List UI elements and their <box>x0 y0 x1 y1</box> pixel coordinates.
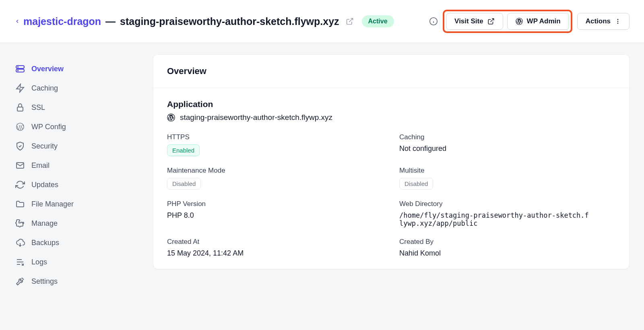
sidebar-item-manage[interactable]: Manage <box>10 214 143 233</box>
site-domain: staging-praiseworthy-author-sketch.flywp… <box>120 16 339 27</box>
field-label: Maintenance Mode <box>167 167 383 175</box>
wordpress-icon <box>15 122 25 132</box>
field-value: 15 May 2024, 11:42 AM <box>167 249 383 258</box>
sidebar-item-file-manager[interactable]: File Manager <box>10 194 143 214</box>
main-content: Overview Application staging-praiseworth… <box>153 43 644 330</box>
maintenance-field: Maintenance Mode Disabled <box>167 167 383 190</box>
sidebar-item-overview[interactable]: Overview <box>10 59 143 78</box>
actions-button[interactable]: Actions <box>577 13 630 30</box>
sidebar-item-settings[interactable]: Settings <box>10 272 143 291</box>
wp-admin-label: WP Admin <box>527 17 561 25</box>
created-by-field: Created By Nahid Komol <box>399 238 615 258</box>
sidebar-item-ssl[interactable]: SSL <box>10 98 143 117</box>
card-header: Overview <box>153 55 629 88</box>
overview-card: Overview Application staging-praiseworth… <box>153 54 630 269</box>
back-chevron-icon[interactable] <box>14 17 20 26</box>
sidebar-item-label: Security <box>31 142 58 151</box>
sidebar-item-label: Updates <box>31 181 58 189</box>
sidebar-item-label: Overview <box>31 65 64 73</box>
svg-marker-13 <box>17 84 24 92</box>
svg-point-12 <box>18 70 19 71</box>
sidebar-item-label: WP Config <box>31 123 66 131</box>
sidebar-item-security[interactable]: Security <box>10 136 143 156</box>
svg-rect-14 <box>17 107 23 111</box>
refresh-icon <box>15 180 25 190</box>
page-header: majestic-dragon — staging-praiseworthy-a… <box>0 0 644 43</box>
external-link-icon[interactable] <box>346 17 354 25</box>
field-label: Created By <box>399 238 615 246</box>
sidebar-item-label: Caching <box>31 84 58 93</box>
svg-line-0 <box>349 19 353 22</box>
application-domain-row: staging-praiseworthy-author-sketch.flywp… <box>167 113 615 122</box>
sidebar-item-label: Email <box>31 161 50 170</box>
sidebar-item-label: Settings <box>31 277 58 286</box>
external-link-icon <box>487 18 495 25</box>
puzzle-icon <box>15 219 25 228</box>
sidebar: Overview Caching SSL WP Config Security … <box>0 43 153 330</box>
field-label: Web Directory <box>399 200 615 208</box>
more-vertical-icon <box>615 18 621 25</box>
svg-point-7 <box>617 21 619 22</box>
svg-line-4 <box>490 19 493 22</box>
server-icon <box>15 64 25 74</box>
sidebar-item-wp-config[interactable]: WP Config <box>10 117 143 136</box>
sidebar-item-label: File Manager <box>31 200 74 208</box>
cloud-download-icon <box>15 238 25 248</box>
wordpress-icon <box>167 113 175 122</box>
visit-site-label: Visit Site <box>454 17 483 25</box>
status-badge: Active <box>362 15 394 27</box>
field-value: Nahid Komol <box>399 249 615 258</box>
bolt-icon <box>15 83 25 93</box>
sidebar-item-backups[interactable]: Backups <box>10 233 143 252</box>
php-field: PHP Version PHP 8.0 <box>167 200 383 227</box>
created-at-field: Created At 15 May 2024, 11:42 AM <box>167 238 383 258</box>
visit-site-button[interactable]: Visit Site <box>446 13 503 30</box>
field-label: Caching <box>399 133 615 141</box>
breadcrumb-separator: — <box>105 16 116 27</box>
svg-point-6 <box>617 19 619 20</box>
maintenance-badge: Disabled <box>167 178 201 190</box>
lock-icon <box>15 103 25 112</box>
sidebar-item-label: Backups <box>31 239 59 247</box>
application-heading: Application <box>167 99 615 109</box>
svg-point-8 <box>617 23 619 24</box>
field-value: Not configured <box>399 144 615 153</box>
breadcrumb: majestic-dragon — staging-praiseworthy-a… <box>14 15 394 27</box>
folder-icon <box>15 199 25 209</box>
actions-label: Actions <box>586 17 611 25</box>
webdir-field: Web Directory /home/fly/staging-praisewo… <box>399 200 615 227</box>
body: Overview Caching SSL WP Config Security … <box>0 43 644 330</box>
https-field: HTTPS Enabled <box>167 133 383 156</box>
field-label: HTTPS <box>167 133 383 141</box>
sidebar-item-label: Manage <box>31 219 58 228</box>
application-domain: staging-praiseworthy-author-sketch.flywp… <box>180 113 332 122</box>
multisite-field: Multisite Disabled <box>399 167 615 190</box>
https-badge: Enabled <box>167 144 200 156</box>
field-label: PHP Version <box>167 200 383 208</box>
wordpress-icon <box>516 18 523 25</box>
sidebar-item-logs[interactable]: Logs <box>10 252 143 272</box>
info-icon[interactable] <box>429 17 438 26</box>
info-grid: HTTPS Enabled Caching Not configured Mai… <box>167 133 615 258</box>
logs-icon <box>15 257 25 267</box>
card-title: Overview <box>167 66 615 76</box>
mail-icon <box>15 161 25 170</box>
field-label: Created At <box>167 238 383 246</box>
field-label: Multisite <box>399 167 615 175</box>
sidebar-item-email[interactable]: Email <box>10 156 143 175</box>
card-body: Application staging-praiseworthy-author-… <box>153 88 629 269</box>
sidebar-item-updates[interactable]: Updates <box>10 175 143 194</box>
sidebar-item-label: Logs <box>31 258 47 266</box>
tools-icon <box>15 276 25 286</box>
highlighted-buttons: Visit Site WP Admin <box>443 10 572 33</box>
multisite-badge: Disabled <box>399 178 433 190</box>
shield-icon <box>15 141 25 151</box>
sidebar-item-caching[interactable]: Caching <box>10 78 143 98</box>
wp-admin-button[interactable]: WP Admin <box>507 13 569 30</box>
svg-point-11 <box>18 67 19 68</box>
header-actions: Visit Site WP Admin Actions <box>429 10 630 33</box>
breadcrumb-title: majestic-dragon — staging-praiseworthy-a… <box>23 16 339 27</box>
field-value: PHP 8.0 <box>167 211 383 220</box>
server-name[interactable]: majestic-dragon <box>23 16 101 27</box>
sidebar-item-label: SSL <box>31 103 45 112</box>
